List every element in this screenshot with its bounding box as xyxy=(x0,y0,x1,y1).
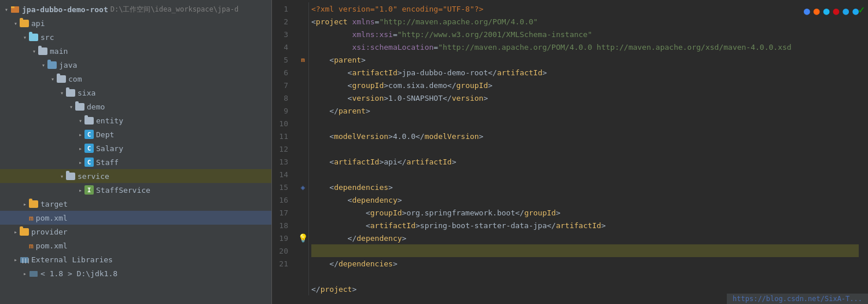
jdk-label: < 1.8 > D:\jdk1.8 xyxy=(41,269,117,278)
line-num-12: 12 xyxy=(272,142,293,155)
line-num-15: 15 xyxy=(272,181,293,193)
tree-item-salary[interactable]: C Salary xyxy=(0,141,271,155)
line-num-14: 14 xyxy=(272,168,293,181)
src-folder-icon xyxy=(29,34,38,41)
tree-item-service[interactable]: service xyxy=(0,169,271,183)
file-tree: jpa-dubbo-demo-root D:\工作空间\idea_workspa… xyxy=(0,0,272,304)
demo-label: demo xyxy=(87,102,105,111)
gutter-17 xyxy=(297,206,308,219)
tree-item-src[interactable]: src xyxy=(0,30,271,44)
code-line-2: <project xmlns="http://maven.apache.org/… xyxy=(311,15,859,28)
com-folder-icon xyxy=(57,75,66,83)
gutter-18 xyxy=(297,219,308,232)
line-num-8: 8 xyxy=(272,91,293,104)
main-label: main xyxy=(50,47,68,56)
code-line-1: <?xml version="1.0" encoding="UTF-8"?> xyxy=(311,2,859,15)
editor-checkmark: ✓ xyxy=(858,3,865,16)
ext-libs-icon: ||| xyxy=(20,255,29,264)
root-path: D:\工作空间\idea_workspace\jpa-d xyxy=(111,5,238,14)
tree-item-jdk[interactable]: < 1.8 > D:\jdk1.8 xyxy=(0,266,271,280)
line-num-6: 6 xyxy=(272,66,293,79)
code-lines[interactable]: <?xml version="1.0" encoding="UTF-8"?> <… xyxy=(311,2,868,295)
salary-class-icon: C xyxy=(84,144,94,153)
java-arrow xyxy=(39,61,47,69)
tree-item-provider[interactable]: provider xyxy=(0,225,271,239)
gutter-13 xyxy=(297,155,308,168)
line1-content: <?xml version="1.0" encoding="UTF-8"?> xyxy=(311,5,483,13)
gutter-3 xyxy=(297,28,308,41)
tree-item-pom-root[interactable]: m pom.xml xyxy=(0,239,271,252)
target-arrow xyxy=(21,200,29,208)
gutter-10 xyxy=(297,117,308,130)
line-num-1: 1 xyxy=(272,2,293,15)
gutter-14 xyxy=(297,168,308,181)
tree-item-entity[interactable]: entity xyxy=(0,113,271,127)
chrome-icon[interactable]: ● xyxy=(804,5,810,17)
tree-item-com[interactable]: com xyxy=(0,72,271,86)
ext-libs-arrow xyxy=(12,255,20,263)
gutter-7 xyxy=(297,79,308,91)
code-line-19: </dependency> xyxy=(311,232,859,244)
code-line-10 xyxy=(311,117,859,130)
api-label: api xyxy=(31,19,45,28)
api-arrow xyxy=(12,19,20,27)
gutter-5: m xyxy=(297,53,308,66)
jdk-icon xyxy=(29,269,38,278)
code-line-16: <dependency> xyxy=(311,193,859,206)
safari-icon[interactable]: ● xyxy=(823,5,830,17)
tree-item-main[interactable]: main xyxy=(0,44,271,58)
service-label: service xyxy=(78,172,109,181)
code-line-20 xyxy=(311,244,859,257)
tree-item-ext-libs[interactable]: ||| External Libraries xyxy=(0,252,271,266)
provider-label: provider xyxy=(31,228,68,236)
java-label: java xyxy=(59,61,77,69)
src-arrow xyxy=(21,33,29,41)
opera-icon[interactable]: ● xyxy=(833,5,839,17)
line-num-9: 9 xyxy=(272,104,293,117)
code-line-11: <modelVersion>4.0.0</modelVersion> xyxy=(311,130,859,142)
line-num-16: 16 xyxy=(272,193,293,206)
code-line-14 xyxy=(311,168,859,181)
code-content-area: 1 2 3 4 5 6 7 8 9 10 11 12 13 14 15 16 1… xyxy=(272,0,868,295)
gutter-16 xyxy=(297,193,308,206)
gutter-12 xyxy=(297,142,308,155)
line-num-3: 3 xyxy=(272,28,293,41)
code-line-17: <groupId>org.springframework.boot</group… xyxy=(311,206,859,219)
gutter-11 xyxy=(297,130,308,142)
line-num-20: 20 xyxy=(272,244,293,257)
line-num-10: 10 xyxy=(272,117,293,130)
tree-item-staffservice[interactable]: I StaffService xyxy=(0,183,271,197)
tree-root[interactable]: jpa-dubbo-demo-root D:\工作空间\idea_workspa… xyxy=(0,2,271,16)
ext-libs-label: External Libraries xyxy=(31,255,113,264)
code-line-9: </parent> xyxy=(311,104,859,117)
line-num-13: 13 xyxy=(272,155,293,168)
tree-item-pom-api[interactable]: m pom.xml xyxy=(0,211,271,225)
gutter-6 xyxy=(297,66,308,79)
root-arrow xyxy=(2,5,10,13)
gutter-15: ◈ xyxy=(297,181,308,193)
tree-item-staff[interactable]: C Staff xyxy=(0,155,271,169)
line-num-4: 4 xyxy=(272,41,293,53)
staff-label: Staff xyxy=(96,158,119,167)
target-folder-icon xyxy=(29,200,38,208)
staffservice-arrow xyxy=(76,186,84,194)
code-line-18: <artifactId>spring-boot-starter-data-jpa… xyxy=(311,219,859,232)
code-editor: ● ● ● ● ● ● ✓ 1 2 3 4 5 6 7 8 9 10 11 12… xyxy=(272,0,868,304)
tree-item-demo[interactable]: demo xyxy=(0,100,271,113)
tree-item-api[interactable]: api xyxy=(0,16,271,30)
tree-item-target[interactable]: target xyxy=(0,197,271,211)
gutter-4 xyxy=(297,41,308,53)
tree-item-java[interactable]: java xyxy=(0,58,271,72)
firefox-icon[interactable]: ● xyxy=(814,5,820,17)
code-line-21: </dependencies> xyxy=(311,257,859,270)
code-line-8: <version>1.0-SNAPSHOT</version> xyxy=(311,91,859,104)
tree-item-dept[interactable]: C Dept xyxy=(0,127,271,141)
code-line-7: <groupId>com.sixa.demo</groupId> xyxy=(311,79,859,91)
ie-icon[interactable]: ● xyxy=(843,5,849,17)
tree-item-sixa[interactable]: sixa xyxy=(0,86,271,100)
edge-icon[interactable]: ● xyxy=(852,5,859,17)
code-line-5: <parent> xyxy=(311,53,859,66)
service-folder-icon xyxy=(66,173,75,180)
dept-label: Dept xyxy=(96,130,114,139)
salary-arrow xyxy=(76,144,84,152)
